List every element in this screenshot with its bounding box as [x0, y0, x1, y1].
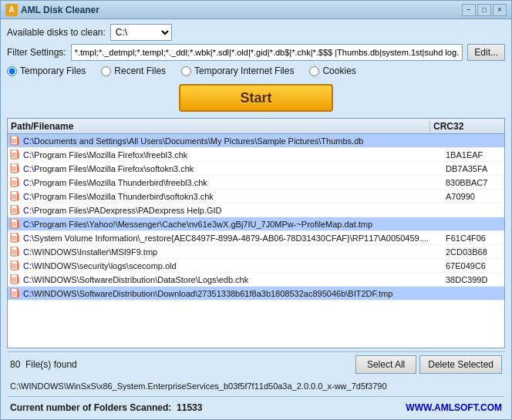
disk-label: Available disks to clean: [7, 27, 106, 38]
files-found-label: File(s) found [25, 359, 77, 370]
file-crc: 1BA1EAF [443, 150, 504, 160]
file-path: C:\Program Files\PADexpress\PADexpress H… [22, 206, 443, 215]
file-crc: 38DC399D [443, 275, 504, 284]
col-crc-header: CRC32 [430, 121, 492, 132]
file-icon [9, 149, 22, 161]
radio-recent-files-label: Recent Files [114, 66, 166, 76]
file-crc: DB7A35FA [443, 164, 504, 173]
file-icon [9, 204, 22, 217]
radio-recent-files[interactable]: Recent Files [101, 66, 166, 76]
file-crc: F61C4F06 [443, 234, 504, 243]
start-button[interactable]: Start [179, 84, 333, 112]
bottom-bar: 80 File(s) found Select All Delete Selec… [7, 351, 505, 377]
folders-label: Current number of Folders Scanned: [10, 402, 171, 413]
folders-scanned: Current number of Folders Scanned: 11533 [10, 402, 202, 413]
file-path: C:\WINDOWS\SoftwareDistribution\DataStor… [22, 275, 443, 284]
delete-selected-button[interactable]: Delete Selected [419, 355, 502, 374]
main-window: A AML Disk Cleaner − □ × Available disks… [0, 0, 512, 420]
file-path: C:\Program Files\Mozilla Firefox\freebl3… [22, 150, 443, 160]
select-all-button[interactable]: Select All [355, 355, 416, 374]
table-row[interactable]: C:\Documents and Settings\All Users\Docu… [8, 134, 504, 148]
file-icon [9, 246, 22, 258]
table-row[interactable]: C:\System Volume Information\_restore{AE… [8, 231, 504, 245]
separator [7, 396, 505, 397]
filter-row: Filter Settings: Edit... [7, 44, 505, 61]
radio-temporary-files[interactable]: Temporary Files [7, 66, 86, 76]
table-row[interactable]: C:\Program Files\Mozilla Firefox\freebl3… [8, 148, 504, 162]
footer-row: Current number of Folders Scanned: 11533… [7, 401, 505, 415]
table-row[interactable]: C:\WINDOWS\security\logs\scecomp.old67E0… [8, 259, 504, 273]
minimize-button[interactable]: − [462, 4, 476, 16]
maximize-button[interactable]: □ [477, 4, 491, 16]
file-icon [9, 135, 22, 147]
website-link[interactable]: WWW.AMLSOFT.COM [406, 402, 502, 413]
radio-cookies[interactable]: Cookies [309, 66, 355, 76]
file-icon [9, 176, 22, 189]
disk-select[interactable]: C:\ [110, 24, 172, 41]
radio-temp-internet-label: Temporary Internet Files [194, 66, 294, 76]
file-crc: A70990 [443, 192, 504, 201]
file-list-container: Path/Filename CRC32 C:\Documents and Set… [7, 118, 505, 348]
file-path: C:\WINDOWS\Installer\MSI9F9.tmp [22, 247, 443, 257]
table-row[interactable]: C:\Program Files\PADexpress\PADexpress H… [8, 203, 504, 217]
title-bar: A AML Disk Cleaner − □ × [1, 1, 511, 19]
file-icon [9, 287, 22, 300]
edit-button[interactable]: Edit... [467, 44, 505, 61]
file-path: C:\Program Files\Mozilla Firefox\softokn… [22, 164, 443, 173]
file-path: C:\WINDOWS\SoftwareDistribution\Download… [22, 289, 443, 298]
file-path: C:\Documents and Settings\All Users\Docu… [22, 136, 443, 146]
file-count-number: 80 [10, 359, 20, 370]
filter-type-row: Temporary Files Recent Files Temporary I… [7, 64, 505, 78]
radio-temporary-files-label: Temporary Files [20, 66, 86, 76]
close-button[interactable]: × [493, 4, 507, 16]
radio-cookies-label: Cookies [322, 66, 355, 76]
file-path: C:\System Volume Information\_restore{AE… [22, 234, 443, 243]
file-list-body[interactable]: C:\Documents and Settings\All Users\Docu… [8, 134, 504, 348]
radio-temp-internet[interactable]: Temporary Internet Files [181, 66, 294, 76]
file-icon [9, 274, 22, 286]
file-icon [9, 218, 22, 230]
window-controls: − □ × [462, 4, 507, 16]
table-row[interactable]: C:\Program Files\Mozilla Firefox\softokn… [8, 162, 504, 176]
filter-input[interactable] [71, 44, 463, 61]
table-row[interactable]: C:\WINDOWS\SoftwareDistribution\Download… [8, 287, 504, 301]
disk-row: Available disks to clean: C:\ [7, 24, 505, 41]
file-crc: 67E049C6 [443, 261, 504, 270]
file-path: C:\WINDOWS\security\logs\scecomp.old [22, 261, 443, 270]
list-header: Path/Filename CRC32 [8, 119, 504, 134]
col-path-header: Path/Filename [8, 121, 430, 132]
table-row[interactable]: C:\Program Files\Yahoo!\Messenger\Cache\… [8, 217, 504, 231]
filter-label: Filter Settings: [7, 47, 66, 58]
file-path: C:\Program Files\Yahoo!\Messenger\Cache\… [22, 220, 443, 229]
table-row[interactable]: C:\WINDOWS\Installer\MSI9F9.tmp2CD03B68 [8, 245, 504, 259]
file-icon [9, 163, 22, 175]
file-count: 80 File(s) found [10, 359, 352, 370]
start-row: Start [7, 81, 505, 115]
table-row[interactable]: C:\Program Files\Mozilla Thunderbird\sof… [8, 190, 504, 203]
file-icon [9, 190, 22, 203]
file-crc: 2CD03B68 [443, 247, 504, 257]
file-crc: 830BBAC7 [443, 178, 504, 187]
table-row[interactable]: C:\Program Files\Mozilla Thunderbird\fre… [8, 176, 504, 190]
folders-count: 11533 [177, 402, 202, 413]
file-path: C:\Program Files\Mozilla Thunderbird\sof… [22, 192, 443, 201]
window-title: AML Disk Cleaner [21, 5, 462, 15]
content-area: Available disks to clean: C:\ Filter Set… [1, 19, 511, 419]
file-icon [9, 232, 22, 244]
table-row[interactable]: C:\WINDOWS\SoftwareDistribution\DataStor… [8, 273, 504, 287]
file-icon [9, 260, 22, 272]
app-icon: A [5, 4, 18, 16]
file-path: C:\Program Files\Mozilla Thunderbird\fre… [22, 178, 443, 187]
status-path: C:\WINDOWS\WinSxS\x86_System.EnterpriseS… [7, 380, 505, 392]
